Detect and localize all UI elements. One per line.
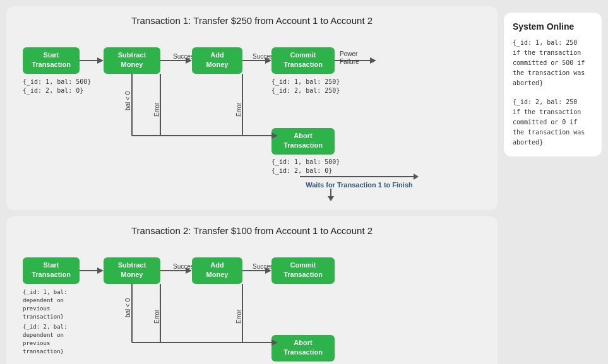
svg-text:Start: Start: [43, 261, 59, 269]
svg-text:Power: Power: [340, 50, 358, 57]
svg-text:Transaction: Transaction: [283, 61, 323, 68]
svg-text:Error: Error: [153, 309, 160, 324]
transaction2-diagram: Start Transaction Subtract Money Success…: [16, 245, 446, 364]
svg-text:bal < 0: bal < 0: [124, 91, 131, 110]
svg-text:Subtract: Subtract: [118, 51, 146, 59]
svg-text:Subtract: Subtract: [118, 261, 146, 269]
svg-text:Money: Money: [206, 271, 229, 278]
svg-text:Money: Money: [121, 271, 144, 278]
system-title: System Online: [513, 21, 593, 32]
svg-text:transaction}: transaction}: [23, 314, 64, 320]
svg-text:Add: Add: [210, 261, 224, 269]
svg-text:Start: Start: [43, 51, 59, 59]
system-online-box: System Online {_id: 1, bal: 250 if the t…: [504, 13, 602, 156]
svg-text:bal < 0: bal < 0: [124, 298, 131, 317]
svg-text:previous: previous: [23, 340, 50, 346]
svg-text:Failure: Failure: [340, 58, 359, 65]
svg-text:{_id: 1, bal: 500}: {_id: 1, bal: 500}: [271, 158, 340, 166]
svg-text:Transaction: Transaction: [32, 61, 71, 68]
svg-text:transaction}: transaction}: [23, 348, 64, 355]
svg-text:Error: Error: [235, 102, 242, 117]
svg-text:Transaction: Transaction: [32, 271, 71, 278]
svg-marker-40: [370, 57, 376, 64]
system-text1: {_id: 1, bal: 250 if the transaction com…: [513, 38, 593, 88]
svg-text:Add: Add: [210, 51, 224, 59]
svg-text:Abort: Abort: [294, 339, 313, 346]
svg-text:Money: Money: [121, 61, 144, 68]
svg-text:Error: Error: [235, 309, 242, 324]
transaction1-box: Transaction 1: Transfer $250 from Accoun…: [6, 6, 498, 210]
system-text2: {_id: 2, bal: 250 if the transaction com…: [513, 97, 593, 148]
svg-text:dependent on: dependent on: [23, 332, 64, 338]
svg-text:Transaction: Transaction: [283, 348, 323, 356]
svg-text:{_id: 1, bal: 250}: {_id: 1, bal: 250}: [271, 78, 340, 86]
svg-marker-47: [97, 267, 104, 274]
transaction1-title: Transaction 1: Transfer $250 from Accoun…: [16, 15, 487, 26]
svg-text:Transaction: Transaction: [283, 141, 323, 149]
transaction1-diagram: Start Transaction Subtract Money Success…: [16, 35, 446, 180]
svg-text:previous: previous: [23, 305, 50, 312]
main-area: Transaction 1: Transfer $250 from Accoun…: [6, 6, 498, 364]
svg-text:{_id: 2, bal:: {_id: 2, bal:: [23, 324, 67, 330]
svg-text:Commit: Commit: [290, 261, 316, 269]
svg-text:Money: Money: [206, 61, 229, 68]
svg-text:Error: Error: [153, 102, 160, 117]
svg-text:{_id: 2, bal: 0}: {_id: 2, bal: 0}: [23, 87, 83, 95]
svg-text:Commit: Commit: [290, 51, 316, 59]
svg-text:Abort: Abort: [294, 132, 313, 139]
svg-text:{_id: 1, bal: 500}: {_id: 1, bal: 500}: [23, 78, 91, 86]
waits-label: Waits for Transaction 1 to Finish: [231, 173, 487, 201]
svg-marker-4: [97, 57, 104, 64]
svg-text:{_id: 1, bal:: {_id: 1, bal:: [23, 289, 67, 295]
transaction2-box: Transaction 2: Transfer $100 from Accoun…: [6, 216, 498, 364]
svg-text:{_id: 2, bal: 250}: {_id: 2, bal: 250}: [271, 87, 340, 95]
svg-text:dependent on: dependent on: [23, 297, 64, 303]
transaction2-title: Transaction 2: Transfer $100 from Accoun…: [16, 225, 487, 236]
svg-text:Transaction: Transaction: [283, 271, 323, 278]
